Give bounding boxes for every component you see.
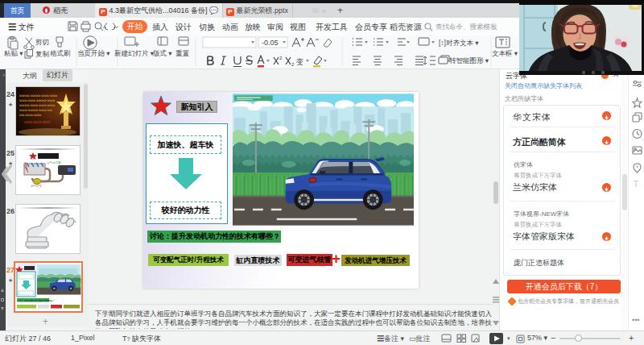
svg-text:讨论：提升发动机动力性的技术有哪些？: 讨论：提升发动机动力性的技术有哪些？ [19, 299, 55, 302]
svg-text:2: 2 [291, 62, 295, 67]
svg-text:变: 变 [296, 58, 303, 66]
svg-text:2: 2 [279, 56, 283, 60]
svg-text:明明明 明明明 明明明明 明明明: 明明明 明明明 明明明明 明明明 [19, 99, 55, 102]
svg-text:明明明明 明明明 明明明 明明明: 明明明明 明明明 明明明 明明明 [19, 104, 55, 107]
svg-text:-0.05: -0.05 [262, 39, 279, 47]
svg-text:明明明明 明明明明 明明明 明明明: 明明明明 明明明明 明明明 明明明 [19, 94, 57, 98]
svg-text:T: T [634, 180, 638, 189]
svg-text:•••: ••• [632, 316, 639, 324]
svg-text:进气歧管: 进气歧管 [31, 184, 43, 188]
svg-text:明明明 明明明明 明明明 明明: 明明明 明明明明 明明明 明明 [19, 109, 52, 112]
svg-text:明明明 明明明 明明明: 明明明 明明明 明明明 [24, 120, 51, 124]
svg-text:明明 明明明 明明明: 明明 明明明 明明明 [19, 114, 41, 117]
svg-text:空气滤清器: 空气滤清器 [47, 161, 61, 164]
